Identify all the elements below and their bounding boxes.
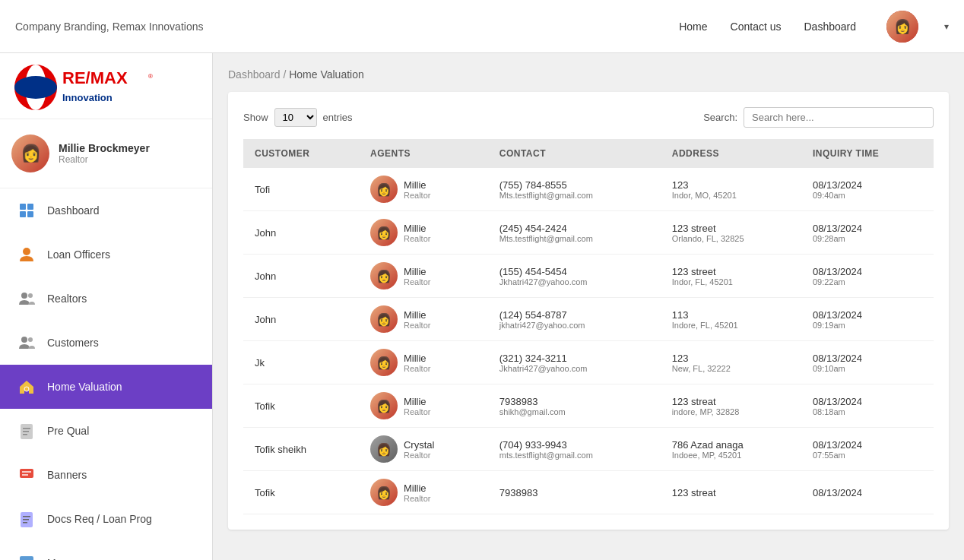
entries-select[interactable]: 10 25 50 100 <box>274 108 317 127</box>
inquiry-time-5: 08:18am <box>813 407 922 416</box>
cell-customer-5: Tofik <box>243 384 359 428</box>
cell-inquiry-6: 08/13/2024 07:55am <box>801 428 934 471</box>
agent-info-0: Millie Realtor <box>404 179 430 200</box>
nav-contact[interactable]: Contact us <box>731 21 782 33</box>
agent-info-3: Millie Realtor <box>404 309 430 330</box>
col-contact: CONTACT <box>488 139 661 168</box>
col-agents: AGENTS <box>359 139 488 168</box>
realtors-icon <box>15 287 38 310</box>
sidebar-item-message[interactable]: Message <box>0 541 212 560</box>
cell-contact-7: 7938983 <box>488 471 661 514</box>
inquiry-date-0: 08/13/2024 <box>813 179 922 191</box>
agent-avatar-4: 👩 <box>370 349 398 376</box>
agent-avatar-0: 👩 <box>370 176 398 203</box>
inquiry-time-0: 09:40am <box>813 191 922 200</box>
navbar-links: Home Contact us Dashboard 👩 ▾ <box>679 11 949 43</box>
search-input[interactable] <box>744 107 934 128</box>
svg-rect-19 <box>23 434 27 435</box>
nav-home[interactable]: Home <box>679 21 707 33</box>
agent-role-1: Realtor <box>404 234 430 243</box>
content-area: Dashboard / Home Valuation Show 10 25 50… <box>213 53 964 560</box>
inquiry-date-5: 08/13/2024 <box>813 396 922 407</box>
agent-name-7: Millie <box>404 482 430 494</box>
inquiry-time-2: 09:22am <box>813 277 922 286</box>
sidebar-item-customers[interactable]: Customers <box>0 321 212 365</box>
agent-info-2: Millie Realtor <box>404 266 430 286</box>
show-label: Show <box>243 112 268 123</box>
svg-rect-22 <box>22 474 28 476</box>
contact-phone-7: 7938983 <box>499 487 649 498</box>
cell-inquiry-5: 08/13/2024 08:18am <box>801 384 934 428</box>
sidebar-item-pre-qual[interactable]: Pre Qual <box>0 409 212 453</box>
svg-point-14 <box>28 337 33 342</box>
address-city-0: Indor, MO, 45201 <box>672 191 790 200</box>
inquiry-date-7: 08/13/2024 <box>813 487 922 498</box>
table-row: John 👩 Millie Realtor (245) 454-2424 Mts… <box>243 211 934 255</box>
cell-address-1: 123 street Orlando, FL, 32825 <box>661 211 801 255</box>
svg-point-2 <box>14 76 57 99</box>
cell-agent-2: 👩 Millie Realtor <box>359 255 488 298</box>
svg-rect-17 <box>23 428 30 429</box>
remax-logo: RE/MAX Innovation ® <box>8 59 205 116</box>
agent-name-2: Millie <box>404 266 430 277</box>
sidebar-item-dashboard[interactable]: Dashboard <box>0 188 212 233</box>
sidebar-item-banners[interactable]: Banners <box>0 453 212 497</box>
agent-avatar-3: 👩 <box>370 305 398 333</box>
inquiry-date-3: 08/13/2024 <box>813 309 922 321</box>
inquiry-date-1: 08/13/2024 <box>813 223 922 234</box>
cell-contact-4: (321) 324-3211 Jkhatri427@yahoo.com <box>488 341 661 384</box>
table-row: John 👩 Millie Realtor (124) 554-8787 jkh… <box>243 298 934 341</box>
agent-role-4: Realtor <box>404 364 430 373</box>
agent-info-7: Millie Realtor <box>404 482 430 503</box>
agent-name-6: Crystal <box>404 439 434 451</box>
svg-point-11 <box>21 293 27 299</box>
inquiry-time-1: 09:28am <box>813 234 922 243</box>
svg-rect-20 <box>20 469 33 478</box>
address-line-4: 123 <box>672 353 790 364</box>
cell-customer-4: Jk <box>243 341 359 384</box>
contact-email-4: Jkhatri427@yahoo.com <box>499 364 649 373</box>
address-line-0: 123 <box>672 179 790 191</box>
cell-address-4: 123 New, FL, 32222 <box>661 341 801 384</box>
sidebar-item-docs-req[interactable]: Docs Req / Loan Prog <box>0 497 212 541</box>
navbar-avatar[interactable]: 👩 <box>886 11 918 43</box>
agent-role-6: Realtor <box>404 451 434 460</box>
sidebar-item-home-valuation[interactable]: Home Valuation <box>0 365 212 409</box>
contact-email-0: Mts.testflight@gmail.com <box>499 191 649 200</box>
breadcrumb-parent[interactable]: Dashboard <box>228 68 281 81</box>
contact-phone-5: 7938983 <box>499 396 649 407</box>
search-box: Search: <box>703 107 934 128</box>
svg-point-10 <box>23 248 30 255</box>
cell-address-0: 123 Indor, MO, 45201 <box>661 168 801 211</box>
col-inquiry: INQUIRY TIME <box>801 139 934 168</box>
table-header: CUSTOMER AGENTS CONTACT ADDRESS INQUIRY … <box>243 139 934 168</box>
cell-inquiry-4: 08/13/2024 09:10am <box>801 341 934 384</box>
cell-contact-0: (755) 784-8555 Mts.testflight@gmail.com <box>488 168 661 211</box>
sidebar-item-realtors[interactable]: Realtors <box>0 277 212 321</box>
table-row: Tofik sheikh 👩 Crystal Realtor (704) 933… <box>243 428 934 471</box>
cell-customer-3: John <box>243 298 359 341</box>
navbar-brand: Company Branding, Remax Innovations <box>15 21 679 33</box>
contact-email-5: shikh@gmail.com <box>499 407 649 416</box>
agent-role-2: Realtor <box>404 277 430 286</box>
agent-info-5: Millie Realtor <box>404 396 430 416</box>
nav-dashboard[interactable]: Dashboard <box>804 21 857 33</box>
address-line-3: 113 <box>672 309 790 321</box>
agent-role-5: Realtor <box>404 407 430 416</box>
address-line-5: 123 streat <box>672 396 790 407</box>
loan-officers-icon <box>15 243 38 266</box>
cell-customer-1: John <box>243 211 359 255</box>
cell-agent-5: 👩 Millie Realtor <box>359 384 488 428</box>
contact-phone-4: (321) 324-3211 <box>499 353 649 364</box>
agent-role-7: Realtor <box>404 494 430 503</box>
contact-phone-1: (245) 454-2424 <box>499 223 649 234</box>
sidebar-profile-name: Millie Brockmeyer <box>59 142 150 154</box>
svg-rect-8 <box>20 211 26 217</box>
navbar-dropdown-arrow[interactable]: ▾ <box>944 21 949 32</box>
inquiry-date-6: 08/13/2024 <box>813 439 922 451</box>
agent-info-1: Millie Realtor <box>404 223 430 243</box>
sidebar-item-loan-officers[interactable]: Loan Officers <box>0 233 212 277</box>
sidebar-profile: 👩 Millie Brockmeyer Realtor <box>0 119 212 188</box>
sidebar-home-valuation-label: Home Valuation <box>47 381 122 393</box>
sidebar-customers-label: Customers <box>47 337 99 349</box>
